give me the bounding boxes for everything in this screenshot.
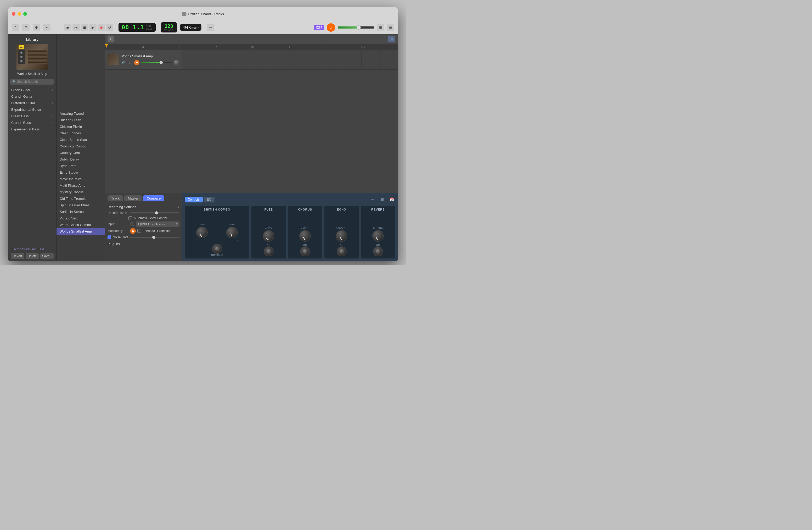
submenu-item-mystery-chorus[interactable]: Mystery Chorus: [57, 189, 105, 195]
submenu-item-old-time-tremolo[interactable]: Old Time Tremolo: [57, 195, 105, 202]
submenu-item-surfin-in-stereo[interactable]: Surfin' in Stereo: [57, 208, 105, 215]
noise-gate-slider[interactable]: [130, 237, 179, 238]
depth-knob-group: DEPTH: [299, 226, 311, 242]
search-box[interactable]: 🔍: [10, 79, 54, 85]
list-button[interactable]: ☰: [387, 24, 394, 31]
tempo-label: TEMPO: [164, 29, 174, 31]
smart-controls-button[interactable]: ⌃: [12, 24, 19, 31]
amp-section-reverb: REVERB SPRING ON: [361, 206, 395, 259]
revert-button[interactable]: Revert: [11, 253, 24, 259]
category-item-clean-bass[interactable]: Clean Bass ›: [8, 113, 56, 120]
fast-forward-button[interactable]: ⏭: [72, 24, 80, 31]
amount-knob[interactable]: [336, 230, 347, 242]
minimize-button[interactable]: [17, 12, 21, 16]
noise-gate-checkbox[interactable]: [107, 235, 111, 239]
tremolo-toggle[interactable]: [212, 244, 222, 254]
track-content[interactable]: [182, 50, 398, 69]
submenu-item-multi-phase-amp[interactable]: Multi-Phase Amp: [57, 182, 105, 189]
category-item-experimental-guitar[interactable]: Experimental Guitar ›: [8, 106, 56, 113]
submenu-item-worlds-smallest-amp[interactable]: Worlds Smallest Amp: [57, 228, 105, 235]
submenu-item-move-the-mics[interactable]: Move the Mics: [57, 176, 105, 182]
amp-tab-eq[interactable]: EQ: [204, 197, 215, 203]
master-volume-slider[interactable]: [338, 26, 374, 29]
feedback-checkbox[interactable]: [137, 229, 141, 233]
footer-link[interactable]: Electric Guitar and Bass ›: [11, 248, 54, 251]
tracks-mode-button[interactable]: ⊞: [388, 36, 395, 42]
submenu-item-country-gent[interactable]: Country Gent: [57, 150, 105, 156]
category-item-clean-guitar[interactable]: Clean Guitar ›: [8, 87, 56, 93]
delete-button[interactable]: Delete: [26, 253, 39, 259]
tab-compare[interactable]: Compare: [143, 195, 164, 201]
chorus-on-group: ON: [290, 244, 320, 256]
amp-pencil-icon[interactable]: ✏: [369, 196, 376, 203]
scissors-button[interactable]: ✂: [43, 24, 50, 31]
fuzz-on-toggle[interactable]: [264, 247, 274, 256]
input-select-arrow: ▾: [176, 222, 178, 226]
settings-button[interactable]: ⚙: [33, 24, 40, 31]
submenu-item-dyna-trem[interactable]: Dyna-Trem: [57, 163, 105, 169]
echo-on-toggle[interactable]: [337, 247, 347, 256]
category-item-experimental-bass[interactable]: Experimental Bass ›: [8, 126, 56, 132]
submenu-item-amazing-tweed[interactable]: Amazing Tweed: [57, 110, 105, 117]
play-button[interactable]: ▶: [89, 24, 97, 31]
position-display[interactable]: 00 1.1 BAR BEAT: [118, 23, 156, 32]
add-track-button[interactable]: +: [107, 36, 114, 42]
submenu-item-clean-echoes[interactable]: Clean Echoes: [57, 130, 105, 137]
rewind-button[interactable]: ⏮: [64, 24, 71, 31]
ruler-mark-3: 3: [142, 45, 178, 48]
pencil-button[interactable]: ✏: [207, 24, 214, 31]
chorus-on-toggle[interactable]: [300, 247, 310, 256]
depth-knob[interactable]: [299, 230, 311, 242]
submenu-item-cool-jazz-combo[interactable]: Cool Jazz Combo: [57, 143, 105, 150]
track-headphones-button[interactable]: 🎧: [127, 60, 133, 65]
reverb-toggle-inner: [376, 249, 380, 254]
spring-knob[interactable]: [372, 230, 384, 242]
playhead: [105, 44, 108, 47]
submenu-item-warm-british-combo[interactable]: Warm British Combo: [57, 222, 105, 228]
close-button[interactable]: [12, 12, 15, 16]
help-button[interactable]: ?: [22, 24, 30, 31]
record-level-slider[interactable]: [130, 212, 179, 213]
submenu-item-spin-speaker-blues[interactable]: Spin Speaker Blues: [57, 202, 105, 208]
category-item-distorted-guitar[interactable]: Distorted Guitar ›: [8, 100, 56, 106]
gain-knob[interactable]: [196, 227, 208, 238]
submenu-item-dublin-delay[interactable]: Dublin Delay: [57, 156, 105, 163]
track-pan-knob[interactable]: [174, 60, 179, 66]
input-select[interactable]: 1 (USB A...io Device) ▾: [136, 222, 179, 226]
category-label: Crunch Bass: [11, 121, 31, 125]
reverb-on-toggle[interactable]: [373, 247, 383, 256]
amp-grid-icon[interactable]: ▦: [378, 196, 386, 203]
plugins-row[interactable]: Plug-ins ›: [107, 241, 179, 246]
tab-master[interactable]: Master: [124, 195, 142, 201]
drive-knob[interactable]: [263, 230, 274, 242]
amp-calendar-icon[interactable]: 📅: [388, 196, 395, 203]
submenu-item-clean-studio-stack[interactable]: Clean Studio Stack: [57, 137, 105, 143]
record-level-thumb: [155, 211, 158, 214]
display-button[interactable]: ▦: [377, 24, 384, 31]
submenu-item-echo-studio[interactable]: Echo Studio: [57, 169, 105, 176]
submenu-item-brit-and-clean[interactable]: Brit and Clean: [57, 117, 105, 123]
track-controls: Worlds Smallest Amp 🔊 🎧 ⏺: [120, 54, 179, 66]
record-button[interactable]: ⏺: [98, 24, 105, 31]
fullscreen-button[interactable]: [23, 12, 27, 16]
stop-button[interactable]: ⏹: [81, 24, 88, 31]
auto-level-checkbox[interactable]: [128, 216, 132, 220]
submenu-item-vibrato-verb[interactable]: Vibrato Verb: [57, 215, 105, 222]
tone-knob[interactable]: [226, 227, 238, 238]
category-item-crunch-bass[interactable]: Crunch Bass ›: [8, 120, 56, 126]
master-button[interactable]: ♩: [327, 23, 335, 32]
search-input[interactable]: [17, 80, 52, 84]
save-button[interactable]: Save...: [40, 253, 54, 259]
tab-track[interactable]: Track: [107, 195, 123, 201]
submenu-item-chicken-pickin[interactable]: Chicken Pickin': [57, 123, 105, 130]
collapse-button[interactable]: ▾: [178, 205, 179, 209]
amp-tab-controls[interactable]: Controls: [185, 197, 203, 203]
monitoring-icon[interactable]: ⏺: [130, 228, 136, 234]
category-item-crunch-guitar[interactable]: Crunch Guitar ›: [8, 93, 56, 100]
track-mute-button[interactable]: 🔊: [120, 60, 126, 65]
track-record-arm-button[interactable]: ⏺: [134, 60, 140, 65]
cycle-button[interactable]: ↺: [106, 24, 113, 31]
track-volume-slider[interactable]: [141, 62, 172, 63]
tempo-display[interactable]: 120 TEMPO: [161, 22, 177, 32]
timesig-display[interactable]: 4/4 Cmaj ▾: [180, 24, 201, 31]
